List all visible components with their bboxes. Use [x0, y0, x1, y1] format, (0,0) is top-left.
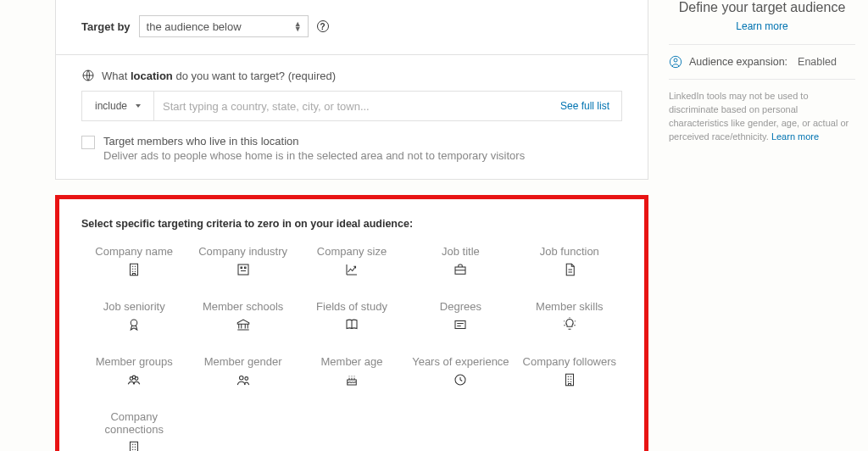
criteria-label: Years of experience	[412, 355, 509, 368]
svg-rect-13	[131, 442, 138, 451]
building-icon	[125, 261, 142, 278]
group-icon	[125, 371, 142, 388]
building-icon	[125, 439, 142, 451]
criteria-label: Company industry	[198, 245, 287, 258]
criteria-company-connections[interactable]: Company connections	[81, 410, 186, 451]
location-heading: What location do you want to target? (re…	[81, 69, 622, 82]
svg-rect-2	[238, 264, 248, 275]
divider	[669, 44, 855, 45]
checkbox-desc: Deliver ads to people whose home is in t…	[103, 149, 525, 162]
target-by-select-wrap[interactable]: ▲▼	[139, 15, 309, 37]
audience-expansion-row: Audience expansion: Enabled	[669, 55, 855, 69]
live-in-location-checkbox[interactable]	[81, 136, 95, 149]
criteria-label: Member gender	[204, 355, 282, 368]
criteria-label: Company followers	[523, 355, 617, 368]
audience-expansion-label: Audience expansion:	[689, 56, 787, 68]
criteria-job-seniority[interactable]: Job seniority	[81, 300, 186, 333]
medal-icon	[125, 316, 142, 333]
location-section: What location do you want to target? (re…	[55, 55, 648, 180]
location-input-row: include See full list	[81, 91, 622, 121]
chevron-down-icon	[136, 104, 141, 108]
clock-icon	[452, 371, 469, 388]
location-input[interactable]	[154, 92, 548, 120]
criteria-member-schools[interactable]: Member schools	[190, 300, 295, 333]
bulb-icon	[561, 316, 578, 333]
learn-more-link[interactable]: Learn more	[669, 20, 855, 32]
criteria-label: Member age	[321, 355, 383, 368]
svg-point-9	[239, 376, 243, 381]
criteria-member-groups[interactable]: Member groups	[81, 355, 186, 388]
diploma-icon	[452, 316, 469, 333]
include-dropdown[interactable]: include	[82, 92, 154, 120]
criteria-label: Company name	[95, 245, 173, 258]
criteria-job-title[interactable]: Job title	[408, 245, 513, 278]
criteria-label: Degrees	[440, 300, 481, 313]
criteria-label: Job title	[442, 245, 480, 258]
industry-icon	[235, 261, 252, 278]
criteria-company-industry[interactable]: Company industry	[190, 245, 295, 278]
people-icon	[235, 371, 252, 388]
document-icon	[561, 261, 578, 278]
location-prompt-suffix: do you want to target? (required)	[173, 70, 336, 82]
criteria-member-age[interactable]: Member age	[299, 355, 404, 388]
criteria-member-skills[interactable]: Member skills	[517, 300, 622, 333]
criteria-company-name[interactable]: Company name	[81, 245, 186, 278]
svg-rect-5	[455, 321, 465, 329]
sidebar-title: Define your target audience	[669, 0, 855, 15]
building-icon	[561, 371, 578, 388]
criteria-member-gender[interactable]: Member gender	[190, 355, 295, 388]
criteria-company-followers[interactable]: Company followers	[517, 355, 622, 388]
target-by-section: Target by ▲▼ ?	[55, 0, 648, 55]
see-full-list-link[interactable]: See full list	[548, 100, 621, 112]
bank-icon	[235, 316, 252, 333]
criteria-label: Job function	[540, 245, 599, 258]
criteria-label: Company connections	[81, 410, 186, 436]
sidebar-note: LinkedIn tools may not be used to discri…	[669, 90, 855, 144]
sidebar: Define your target audience Learn more A…	[669, 0, 855, 144]
target-by-select[interactable]	[139, 15, 309, 37]
learn-more-link[interactable]: Learn more	[771, 131, 819, 142]
cake-icon	[343, 371, 360, 388]
criteria-fields-of-study[interactable]: Fields of study	[299, 300, 404, 333]
criteria-label: Member skills	[536, 300, 603, 313]
criteria-label: Company size	[317, 245, 387, 258]
criteria-label: Member schools	[203, 300, 283, 313]
criteria-job-function[interactable]: Job function	[517, 245, 622, 278]
audience-expansion-value: Enabled	[798, 56, 837, 68]
criteria-label: Member groups	[96, 355, 173, 368]
criteria-label: Fields of study	[316, 300, 387, 313]
briefcase-icon	[452, 261, 469, 278]
divider	[669, 79, 855, 80]
globe-icon	[81, 69, 95, 82]
svg-point-4	[131, 320, 137, 326]
location-prompt-word: location	[131, 70, 173, 82]
targeting-criteria-panel: Select specific targeting criteria to ze…	[55, 195, 648, 451]
help-icon[interactable]: ?	[317, 20, 329, 32]
chart-icon	[343, 261, 360, 278]
criteria-years-of-experience[interactable]: Years of experience	[408, 355, 513, 388]
location-prompt-prefix: What	[102, 70, 131, 82]
criteria-degrees[interactable]: Degrees	[408, 300, 513, 333]
criteria-label: Job seniority	[103, 300, 165, 313]
criteria-grid: Company nameCompany industryCompany size…	[81, 245, 622, 451]
target-by-label: Target by	[81, 20, 131, 33]
svg-point-15	[674, 58, 677, 62]
svg-point-10	[244, 377, 248, 381]
criteria-company-size[interactable]: Company size	[299, 245, 404, 278]
include-label: include	[95, 100, 127, 112]
book-icon	[343, 316, 360, 333]
person-icon	[669, 55, 682, 69]
criteria-title: Select specific targeting criteria to ze…	[81, 218, 622, 230]
checkbox-title: Target members who live in this location	[103, 135, 525, 148]
